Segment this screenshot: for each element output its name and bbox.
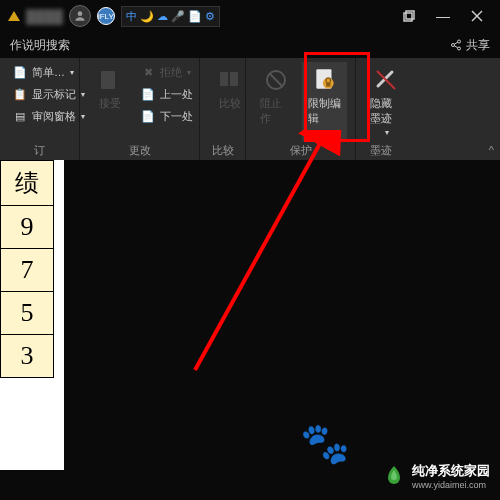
title-text-blurred: ████: [26, 9, 63, 24]
markup-icon: 📋: [12, 86, 28, 102]
title-bar: ████ iFLY 中 🌙 ☁ 🎤 📄 ⚙ —: [0, 0, 500, 32]
svg-rect-2: [406, 11, 414, 19]
svg-rect-17: [326, 82, 330, 86]
warning-icon: [8, 11, 20, 21]
collapse-ribbon-button[interactable]: ^: [489, 144, 494, 156]
svg-rect-11: [220, 72, 228, 86]
paw-watermark-icon: 🐾: [300, 420, 350, 467]
block-authors-button: 阻止作: [254, 62, 298, 141]
table-cell[interactable]: 5: [1, 292, 54, 335]
window-close-button[interactable]: [462, 2, 492, 30]
reject-icon: ✖: [140, 64, 156, 80]
ime-cn-icon: 中: [126, 9, 137, 24]
accept-button: 接受: [88, 62, 132, 141]
previous-change-button[interactable]: 📄 上一处: [136, 84, 197, 104]
svg-point-5: [458, 40, 461, 43]
user-avatar[interactable]: [69, 5, 91, 27]
svg-line-14: [270, 74, 282, 86]
document-canvas[interactable]: 绩 9 7 5 3: [0, 160, 500, 500]
table-header-cell[interactable]: 绩: [1, 161, 54, 206]
group-label: 保护: [254, 141, 347, 158]
tell-me-search[interactable]: 作说明搜索: [10, 37, 70, 54]
label: 隐藏墨迹: [370, 96, 402, 126]
restrict-icon: [311, 66, 339, 94]
compare-icon: [216, 66, 244, 94]
hide-ink-button[interactable]: 隐藏墨迹▾: [364, 62, 408, 141]
svg-point-7: [458, 47, 461, 50]
reviewing-pane-dropdown[interactable]: ▤ 审阅窗格▾: [8, 106, 89, 126]
ink-icon: [372, 66, 400, 94]
share-button[interactable]: 共享: [450, 37, 490, 54]
ifly-badge: iFLY: [97, 7, 115, 25]
group-label: 墨迹: [364, 141, 398, 158]
label: 限制编辑: [308, 96, 341, 126]
ribbon: 📄 简单…▾ 📋 显示标记▾ ▤ 审阅窗格▾ 订 接受: [0, 58, 500, 161]
pane-icon: ▤: [12, 108, 28, 124]
svg-rect-12: [230, 72, 238, 86]
share-label: 共享: [466, 37, 490, 54]
table-cell[interactable]: 3: [1, 335, 54, 378]
next-icon: 📄: [140, 108, 156, 124]
svg-line-9: [454, 46, 458, 48]
block-icon: [262, 66, 290, 94]
mic-icon: 🎤: [171, 10, 185, 23]
accept-icon: [96, 66, 124, 94]
label: 接受: [99, 96, 121, 111]
next-change-button[interactable]: 📄 下一处: [136, 106, 197, 126]
group-ink: 隐藏墨迹▾ 墨迹: [356, 58, 406, 160]
label: 阻止作: [260, 96, 292, 126]
document-page[interactable]: 绩 9 7 5 3: [0, 160, 64, 470]
label: 拒绝: [160, 65, 182, 80]
cloud-icon: ☁: [157, 10, 168, 23]
svg-rect-1: [404, 13, 412, 21]
label: 下一处: [160, 109, 193, 124]
label: 审阅窗格: [32, 109, 76, 124]
group-compare: 比较 比较: [200, 58, 246, 160]
group-changes: 接受 ✖ 拒绝▾ 📄 上一处 📄 下一处 更改: [80, 58, 200, 160]
prev-icon: 📄: [140, 86, 156, 102]
group-tracking: 📄 简单…▾ 📋 显示标记▾ ▤ 审阅窗格▾ 订: [0, 58, 80, 160]
doc-icon: 📄: [12, 64, 28, 80]
doc-icon: 📄: [188, 10, 202, 23]
svg-point-6: [452, 44, 455, 47]
gear-icon: ⚙: [205, 10, 215, 23]
table-cell[interactable]: 9: [1, 206, 54, 249]
group-protect: 阻止作 限制编辑 保护: [246, 58, 356, 160]
group-label: 比较: [208, 141, 237, 158]
moon-icon: 🌙: [140, 10, 154, 23]
menu-bar: 作说明搜索 共享: [0, 32, 500, 58]
watermark-url: www.yidaimei.com: [412, 480, 490, 490]
watermark-logo-icon: [382, 464, 406, 488]
site-watermark: 纯净系统家园 www.yidaimei.com: [382, 462, 490, 490]
table-cell[interactable]: 7: [1, 249, 54, 292]
label: 显示标记: [32, 87, 76, 102]
watermark-title: 纯净系统家园: [412, 462, 490, 480]
window-restore-button[interactable]: [394, 2, 424, 30]
svg-line-8: [454, 42, 458, 44]
show-markup-dropdown[interactable]: 📋 显示标记▾: [8, 84, 89, 104]
label: 比较: [219, 96, 241, 111]
reject-button: ✖ 拒绝▾: [136, 62, 197, 82]
svg-point-0: [78, 11, 83, 16]
label: 上一处: [160, 87, 193, 102]
label: 简单…: [32, 65, 65, 80]
group-label: 更改: [88, 141, 191, 158]
svg-rect-10: [101, 71, 115, 89]
group-label: 订: [8, 141, 71, 158]
display-mode-dropdown[interactable]: 📄 简单…▾: [8, 62, 89, 82]
window-minimize-button[interactable]: —: [428, 2, 458, 30]
ime-status[interactable]: 中 🌙 ☁ 🎤 📄 ⚙: [121, 6, 220, 27]
content-table[interactable]: 绩 9 7 5 3: [0, 160, 54, 378]
restrict-editing-button[interactable]: 限制编辑: [302, 62, 347, 141]
